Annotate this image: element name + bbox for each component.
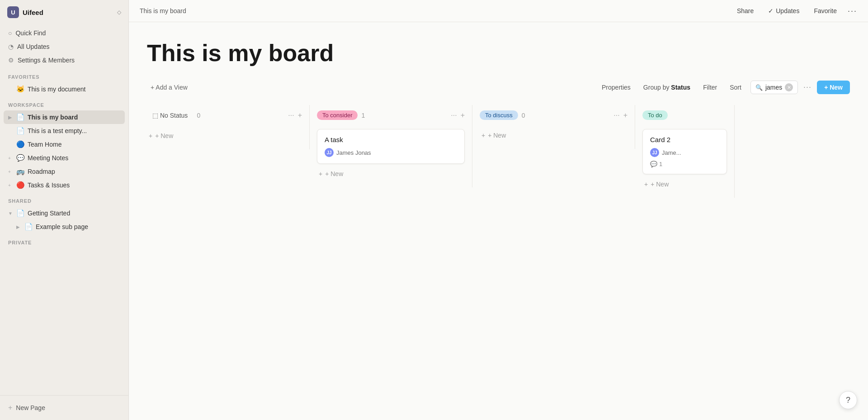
- add-card-button[interactable]: + + New: [147, 129, 302, 142]
- sort-button[interactable]: Sort: [726, 81, 745, 93]
- favorites-tree: 🐱 This is my document: [0, 81, 128, 97]
- toolbar-more-button[interactable]: ···: [803, 83, 811, 91]
- add-view-button[interactable]: + Add a View: [147, 81, 191, 93]
- group-by-label: Group by: [643, 84, 670, 91]
- sidebar-item-getting-started[interactable]: ▼ 📄 Getting Started: [4, 206, 125, 220]
- sidebar-item-example-sub[interactable]: ▶ 📄 Example sub page: [4, 220, 125, 234]
- workspace-section-label: WORKSPACE: [0, 97, 128, 110]
- sidebar-item-label: Tasks & Issues: [28, 181, 120, 189]
- column-no-status: ⬚ No Status 0 ··· + + + New: [147, 105, 310, 149]
- collapse-arrow-icon: ▼: [8, 211, 14, 216]
- status-badge-to-discuss: To discuss: [480, 110, 518, 120]
- search-box[interactable]: 🔍 james ✕: [750, 81, 798, 94]
- plus-icon: +: [149, 132, 152, 139]
- board-toolbar: + Add a View Properties Group by Status …: [147, 81, 850, 94]
- inbox-icon: ⬚: [152, 112, 158, 119]
- search-icon: ○: [8, 29, 12, 37]
- filter-button[interactable]: Filter: [699, 81, 721, 93]
- comment-count: 1: [659, 161, 662, 167]
- tasks-icon: 🔴: [16, 181, 25, 189]
- card-title: Card 2: [650, 136, 719, 143]
- share-button[interactable]: Share: [733, 5, 757, 16]
- avatar: JJ: [650, 148, 659, 157]
- help-button[interactable]: ?: [839, 391, 857, 409]
- sidebar-item-team-home[interactable]: 🔵 Team Home: [4, 138, 125, 151]
- sidebar-item-quick-find[interactable]: ○ Quick Find: [4, 26, 125, 40]
- shared-tree: ▼ 📄 Getting Started ▶ 📄 Example sub page: [0, 205, 128, 234]
- column-count: 0: [197, 112, 200, 119]
- column-add-button[interactable]: +: [461, 111, 465, 119]
- column-to-discuss: To discuss 0 ··· + + + New: [472, 105, 635, 149]
- sidebar-item-test-empty[interactable]: 📄 This is a test empty...: [4, 124, 125, 138]
- sidebar-item-meeting-notes[interactable]: + 💬 Meeting Notes: [4, 151, 125, 165]
- column-to-do: To do Card 2 JJ Jame... 💬 1 +: [635, 105, 735, 198]
- sidebar-item-label: Example sub page: [36, 223, 120, 230]
- column-add-button[interactable]: +: [298, 111, 302, 119]
- column-more-button[interactable]: ···: [451, 111, 457, 119]
- main-content: This is my board Share ✓ Updates Favorit…: [129, 0, 868, 420]
- workspace-tree: ▶ 📄 This is my board 📄 This is a test em…: [0, 110, 128, 193]
- page-content: This is my board + Add a View Properties…: [129, 22, 868, 420]
- sidebar-item-tasks-issues[interactable]: + 🔴 Tasks & Issues: [4, 178, 125, 192]
- plus-icon: +: [319, 170, 322, 177]
- group-by-button[interactable]: Group by Status: [640, 81, 694, 93]
- topbar-title: This is my board: [140, 7, 733, 14]
- new-item-button[interactable]: + New: [817, 81, 850, 94]
- sidebar-item-my-document[interactable]: 🐱 This is my document: [4, 82, 125, 96]
- column-actions: ··· +: [288, 111, 302, 119]
- sidebar-item-my-board[interactable]: ▶ 📄 This is my board: [4, 110, 125, 124]
- favorite-button[interactable]: Favorite: [810, 5, 840, 16]
- clock-icon: ◔: [8, 43, 14, 50]
- page-icon: 📄: [16, 127, 25, 135]
- add-card-button[interactable]: + + New: [317, 167, 465, 180]
- favorites-section-label: FAVORITES: [0, 69, 128, 81]
- sidebar-item-settings[interactable]: ⚙ Settings & Members: [4, 53, 125, 67]
- roadmap-icon: 🚌: [16, 167, 25, 176]
- column-more-button[interactable]: ···: [613, 111, 619, 119]
- column-header-to-do: To do: [642, 105, 727, 125]
- column-add-button[interactable]: +: [623, 111, 627, 119]
- search-icon: 🔍: [755, 84, 763, 91]
- add-card-label: + New: [488, 132, 506, 139]
- clear-search-button[interactable]: ✕: [785, 83, 793, 91]
- sidebar-bottom: + New Page: [0, 395, 128, 420]
- assignee-name: James Jonas: [336, 149, 371, 156]
- team-icon: 🔵: [16, 140, 25, 148]
- sidebar-nav: ○ Quick Find ◔ All Updates ⚙ Settings & …: [0, 24, 128, 69]
- expand-arrow-icon: ▶: [8, 115, 14, 120]
- card-comment-count: 💬 1: [650, 161, 719, 167]
- plus-icon: +: [8, 183, 14, 188]
- comment-icon: 💬: [650, 161, 657, 167]
- column-count: 1: [361, 112, 365, 119]
- new-page-button[interactable]: + New Page: [4, 400, 125, 415]
- more-options-button[interactable]: ···: [848, 6, 857, 16]
- sidebar-item-label: This is my document: [28, 86, 120, 93]
- plus-icon: +: [644, 181, 648, 188]
- check-icon: ✓: [768, 7, 774, 14]
- add-card-button[interactable]: + + New: [642, 178, 727, 191]
- meeting-icon: 💬: [16, 154, 25, 162]
- sidebar-item-roadmap[interactable]: + 🚌 Roadmap: [4, 165, 125, 178]
- updates-button[interactable]: ✓ Updates: [764, 5, 803, 16]
- sidebar-nav-label: Settings & Members: [18, 57, 75, 64]
- workspace-chevron-icon: ◇: [117, 9, 121, 15]
- column-more-button[interactable]: ···: [288, 111, 294, 119]
- status-badge-to-consider: To consider: [317, 110, 358, 120]
- add-card-label: + New: [325, 170, 343, 177]
- document-icon: 🐱: [16, 85, 25, 93]
- gear-icon: ⚙: [8, 57, 14, 64]
- topbar-actions: Share ✓ Updates Favorite ···: [733, 5, 857, 16]
- sidebar-item-label: Getting Started: [28, 210, 120, 217]
- column-actions: ··· +: [613, 111, 627, 119]
- add-card-button[interactable]: + + New: [480, 129, 627, 142]
- group-by-value: Status: [671, 84, 690, 91]
- topbar: This is my board Share ✓ Updates Favorit…: [129, 0, 868, 22]
- board-card-a-task[interactable]: A task JJ James Jonas: [317, 129, 465, 164]
- workspace-name: Uifeed: [23, 9, 113, 16]
- sidebar-item-all-updates[interactable]: ◔ All Updates: [4, 40, 125, 53]
- properties-button[interactable]: Properties: [598, 81, 634, 93]
- workspace-header[interactable]: U Uifeed ◇: [0, 0, 128, 24]
- board-card-2[interactable]: Card 2 JJ Jame... 💬 1: [642, 129, 727, 174]
- avatar: JJ: [325, 148, 334, 157]
- expand-arrow-icon: ▶: [16, 224, 22, 229]
